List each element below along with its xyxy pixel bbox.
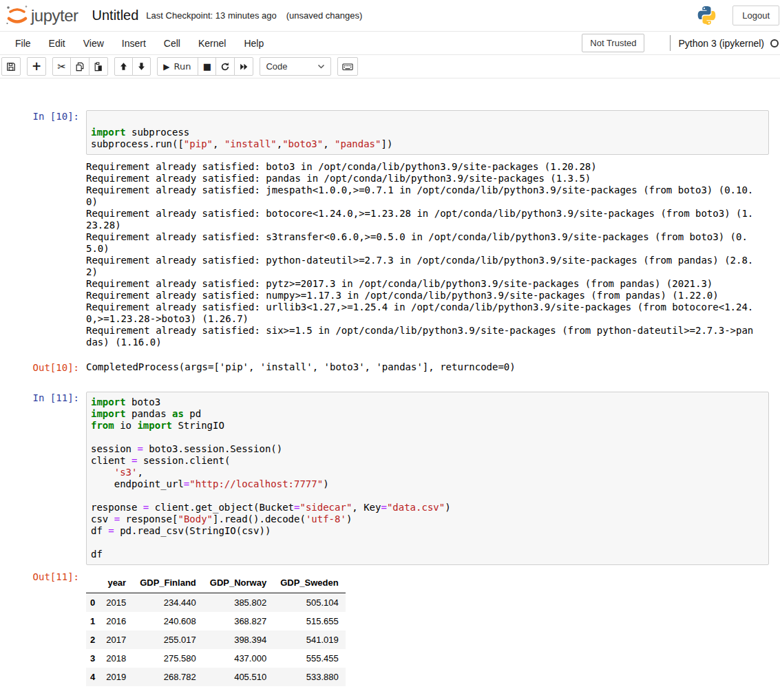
logout-button[interactable]: Logout <box>732 6 779 25</box>
jupyter-logo-icon <box>4 3 30 28</box>
code-line <box>91 115 768 127</box>
scissors-icon: ✂ <box>57 61 66 73</box>
cut-cell-button[interactable]: ✂ <box>52 57 71 76</box>
notebook-area: In [10]: import subprocesssubprocess.run… <box>0 78 780 686</box>
table-cell: 398.394 <box>203 630 273 649</box>
table-cell: 405.510 <box>203 668 273 686</box>
output-prompt-spacer <box>0 161 86 162</box>
table-cell: 2017 <box>99 630 133 649</box>
cell-type-value: Code <box>266 61 287 72</box>
table-cell: 2016 <box>99 612 133 630</box>
code-cell-1: In [10]: import subprocesssubprocess.run… <box>0 110 780 155</box>
code-editor-1[interactable]: import subprocesssubprocess.run(["pip", … <box>86 110 769 155</box>
stream-output-1: Requirement already satisfied: boto3 in … <box>86 161 758 348</box>
dataframe-output: yearGDP_FinlandGDP_NorwayGDP_Sweden02015… <box>86 571 346 686</box>
table-row: 32018275.580437.000555.455 <box>86 649 346 668</box>
kernel-separator <box>670 35 671 51</box>
copy-icon <box>75 62 85 72</box>
table-cell: 255.017 <box>133 630 203 649</box>
run-button-group: ▶ Run ■ <box>157 57 253 76</box>
menu-insert[interactable]: Insert <box>113 32 155 54</box>
paste-icon <box>94 62 103 72</box>
arrow-down-icon <box>137 62 146 71</box>
unsaved-changes-label: (unsaved changes) <box>286 10 363 21</box>
arrow-up-icon <box>119 62 128 71</box>
jupyter-logo-text: jupyter <box>31 6 78 25</box>
python-logo-icon <box>696 5 717 26</box>
code-line: response = client.get_object(Bucket="sid… <box>91 502 768 513</box>
notebook-title[interactable]: Untitled <box>92 8 139 23</box>
menu-help[interactable]: Help <box>235 32 273 54</box>
menu-kernel[interactable]: Kernel <box>189 32 235 54</box>
menu-file[interactable]: File <box>6 32 40 54</box>
table-cell: 2019 <box>99 668 133 686</box>
table-row: 02015234.440385.802505.104 <box>86 593 346 613</box>
code-line <box>91 537 768 549</box>
code-line: endpoint_url="http://localhost:7777") <box>91 478 768 490</box>
code-line: 's3', <box>91 467 768 478</box>
row-index: 1 <box>86 612 99 630</box>
restart-run-all-button[interactable] <box>234 57 253 76</box>
table-row: 22017255.017398.394541.019 <box>86 630 346 649</box>
code-line: import boto3 <box>91 396 768 408</box>
code-line <box>91 490 768 502</box>
keyboard-icon <box>342 62 353 72</box>
not-trusted-button[interactable]: Not Trusted <box>582 34 644 52</box>
save-button[interactable] <box>1 57 21 76</box>
paste-cell-button[interactable] <box>89 57 108 76</box>
add-cell-button[interactable]: + <box>27 57 46 76</box>
column-header: GDP_Sweden <box>273 573 346 593</box>
code-line: subprocess.run(["pip", "install","boto3"… <box>91 138 768 150</box>
jupyter-logo[interactable]: jupyter <box>4 3 78 28</box>
menu-view[interactable]: View <box>74 32 113 54</box>
column-header: year <box>99 573 133 593</box>
table-cell: 533.880 <box>273 668 346 686</box>
output-prompt-1: Out[10]: <box>0 361 86 374</box>
toolbar: + ✂ <box>0 55 780 78</box>
input-prompt-2: In [11]: <box>0 392 86 404</box>
table-cell: 555.455 <box>273 649 346 668</box>
menu-edit[interactable]: Edit <box>40 32 74 54</box>
code-line: csv = response["Body"].read().decode('ut… <box>91 513 768 525</box>
column-header: GDP_Finland <box>133 573 203 593</box>
code-line: import subprocess <box>91 127 768 138</box>
input-prompt-1: In [10]: <box>0 110 86 123</box>
out-row-2: Out[11]: yearGDP_FinlandGDP_NorwayGDP_Sw… <box>0 571 780 686</box>
interrupt-kernel-button[interactable]: ■ <box>198 57 216 76</box>
table-cell: 437.000 <box>203 649 273 668</box>
restart-kernel-button[interactable] <box>215 57 235 76</box>
dataframe-table: yearGDP_FinlandGDP_NorwayGDP_Sweden02015… <box>86 573 346 686</box>
stream-output-row-1: Requirement already satisfied: boto3 in … <box>0 161 780 348</box>
code-editor-2[interactable]: import boto3import pandas as pdfrom io i… <box>86 392 769 565</box>
menu-cell[interactable]: Cell <box>155 32 189 54</box>
checkpoint-status: Last Checkpoint: 13 minutes ago <box>146 10 276 21</box>
code-line: client = session.client( <box>91 455 768 467</box>
row-index: 2 <box>86 630 99 649</box>
cell-type-dropdown[interactable]: Code <box>260 57 331 76</box>
code-line: session = boto3.session.Session() <box>91 443 768 455</box>
stop-icon: ■ <box>203 61 211 72</box>
table-cell: 505.104 <box>273 593 346 613</box>
code-line: from io import StringIO <box>91 420 768 432</box>
table-row: 42019268.782405.510533.880 <box>86 668 346 686</box>
table-cell: 234.440 <box>133 593 203 613</box>
kernel-idle-icon <box>770 39 779 47</box>
copy-cell-button[interactable] <box>70 57 89 76</box>
plus-icon: + <box>32 61 41 72</box>
code-line: df <box>91 549 768 560</box>
column-header <box>86 573 99 593</box>
code-line: import pandas as pd <box>91 408 768 420</box>
table-header-row: yearGDP_FinlandGDP_NorwayGDP_Sweden <box>86 573 346 593</box>
out-row-1: Out[10]: CompletedProcess(args=['pip', '… <box>0 361 780 374</box>
output-prompt-2: Out[11]: <box>0 571 86 583</box>
command-palette-button[interactable] <box>337 57 358 76</box>
play-icon: ▶ <box>163 62 169 72</box>
code-line <box>91 432 768 443</box>
code-cell-2: In [11]: import boto3import pandas as pd… <box>0 392 780 565</box>
move-cell-up-button[interactable] <box>114 57 133 76</box>
row-index: 3 <box>86 649 99 668</box>
table-cell: 2018 <box>99 649 133 668</box>
run-button[interactable]: ▶ Run <box>157 57 198 76</box>
code-line: df = pd.read_csv(StringIO(csv)) <box>91 525 768 537</box>
move-cell-down-button[interactable] <box>132 57 151 76</box>
